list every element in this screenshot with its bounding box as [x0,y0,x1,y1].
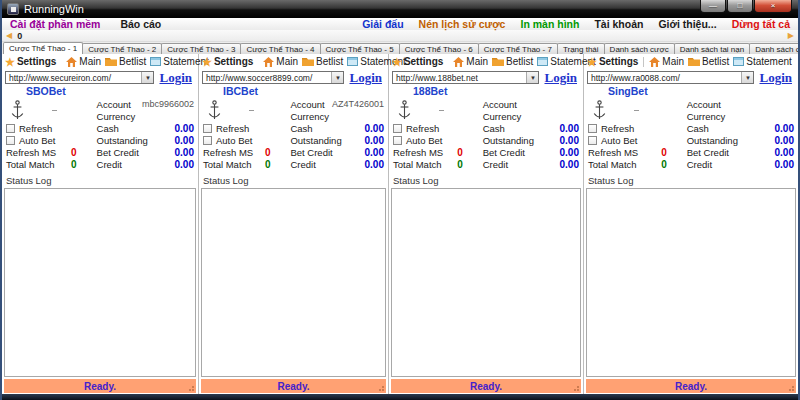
url-combobox[interactable]: http://www.secureiron.com/ ▼ [5,71,154,84]
tab[interactable]: Cược Thể Thao - 5 [320,43,400,54]
menu-item[interactable]: Dừng tất cả [732,18,790,30]
autobet-checkbox-row[interactable]: Auto Bet [203,134,284,146]
autobet-checkbox-row[interactable]: Auto Bet [6,134,91,146]
menu-item[interactable]: Nén lịch sử cược [419,18,506,30]
settings-button[interactable]: ★ Settings [392,56,443,67]
credit-value: 0.00 [560,159,579,170]
main-button[interactable]: Main [649,56,684,67]
autobet-checkbox[interactable] [393,136,402,145]
status-log-label: Status Log [201,175,386,186]
resize-grip[interactable] [577,389,579,391]
tab[interactable]: Danh sách cược thành công [749,43,798,54]
refresh-checkbox-row[interactable]: Refresh [393,122,477,134]
refresh-checkbox[interactable] [393,124,402,133]
tab[interactable]: Danh sách cược [604,43,675,54]
url-text: http://www.soccer8899.com/ [203,73,331,83]
outstanding-label: Outstanding [687,135,738,146]
tab[interactable]: Cược Thể Thao - 2 [82,43,162,54]
url-combobox[interactable]: http://www.ra0088.com/ ▼ [587,71,754,84]
settings-button[interactable]: ★ Settings [5,56,56,67]
currency-row: Currency [290,110,384,122]
titlebar[interactable]: RunningWin — □ × [2,0,798,18]
credit-label: Credit [290,159,315,170]
refresh-checkbox[interactable] [6,124,15,133]
login-link[interactable]: Login [544,70,580,86]
total-match-label: Total Match [203,159,252,170]
refresh-checkbox[interactable] [203,124,212,133]
scroll-left-icon[interactable]: ◀ [6,31,12,41]
dropdown-arrow-icon[interactable]: ▼ [741,72,753,83]
tab[interactable]: Trạng thái [557,43,605,54]
tab[interactable]: Cược Thể Thao - 1 [3,42,83,54]
menu-item[interactable]: In màn hình [520,18,579,30]
betlist-button[interactable]: Betlist [492,56,533,67]
autobet-checkbox-row[interactable]: Auto Bet [588,134,681,146]
cash-row: Cash 0.00 [97,122,194,134]
statement-label: Statement [746,56,792,67]
menu-item[interactable]: Cài đặt phần mềm [10,18,100,30]
resize-grip[interactable] [192,389,194,391]
dropdown-arrow-icon[interactable]: ▼ [331,72,343,83]
site-panel: ★ Settings Main Betlist Statement http:/… [2,54,199,394]
refresh-checkbox-row[interactable]: Refresh [6,122,91,134]
maximize-button[interactable]: □ [727,0,753,13]
statement-button[interactable]: Statement [733,56,792,67]
settings-button[interactable]: ★ Settings [202,56,253,67]
settings-button[interactable]: ★ Settings [587,56,638,67]
autobet-checkbox[interactable] [203,136,212,145]
url-combobox[interactable]: http://www.188bet.net ▼ [392,71,539,84]
autobet-checkbox[interactable] [588,136,597,145]
details-right: Account Currency Cash 0.00 Outstanding 0… [681,98,794,170]
betlist-button[interactable]: Betlist [688,56,729,67]
resize-grip[interactable] [382,389,384,391]
status-log-box[interactable] [4,188,196,377]
bet-credit-value: 0.00 [365,147,384,158]
login-link[interactable]: Login [759,70,795,86]
status-log-box[interactable] [586,188,796,377]
total-match-label: Total Match [6,159,55,170]
resize-grip[interactable] [792,389,794,391]
url-combobox[interactable]: http://www.soccer8899.com/ ▼ [202,71,344,84]
minimize-button[interactable]: — [700,0,726,13]
refresh-checkbox-row[interactable]: Refresh [588,122,681,134]
status-log-box[interactable] [391,188,581,377]
autobet-label: Auto Bet [19,135,55,146]
main-button[interactable]: Main [66,56,101,67]
betlist-button[interactable]: Betlist [105,56,146,67]
status-bar: Ready. [201,379,386,393]
tab[interactable]: Cược Thể Thao - 7 [478,43,558,54]
betlist-button[interactable]: Betlist [302,56,343,67]
menu-item[interactable]: Báo cáo [120,18,161,30]
refresh-ms-label: Refresh MS [6,147,56,158]
menu-item[interactable]: Giới thiệu... [658,18,716,30]
autobet-checkbox-row[interactable]: Auto Bet [393,134,477,146]
login-link[interactable]: Login [349,70,385,86]
home-icon [453,57,464,67]
scroll-right-icon[interactable]: ▶ [788,31,794,41]
dropdown-arrow-icon[interactable]: ▼ [141,72,153,83]
autobet-checkbox[interactable] [6,136,15,145]
betlist-label: Betlist [316,56,343,67]
dropdown-arrow-icon[interactable]: ▼ [526,72,538,83]
refresh-ms-label: Refresh MS [393,147,443,158]
currency-label: Currency [97,111,136,122]
account-label: Account [97,99,131,110]
tab[interactable]: Cược Thể Thao - 6 [399,43,479,54]
refresh-checkbox[interactable] [588,124,597,133]
refresh-checkbox-row[interactable]: Refresh [203,122,284,134]
tab[interactable]: Cược Thể Thao - 3 [161,43,241,54]
star-icon: ★ [392,57,402,67]
login-link[interactable]: Login [159,70,195,86]
account-row: Account AZ4T426001 [290,98,384,110]
account-row: Account [483,98,579,110]
main-button[interactable]: Main [263,56,298,67]
main-button[interactable]: Main [453,56,488,67]
panel-toolbar: ★ Settings Main Betlist Statement [391,55,581,69]
menu-item[interactable]: Tài khoản [594,18,643,30]
tab[interactable]: Cược Thể Thao - 4 [240,43,320,54]
tab[interactable]: Danh sách tai nạn [674,43,751,54]
menu-item[interactable]: Giải đấu [362,18,403,30]
bet-credit-row: Bet Credit 0.00 [687,146,794,158]
status-log-box[interactable] [201,188,386,377]
close-button[interactable]: × [754,0,792,13]
